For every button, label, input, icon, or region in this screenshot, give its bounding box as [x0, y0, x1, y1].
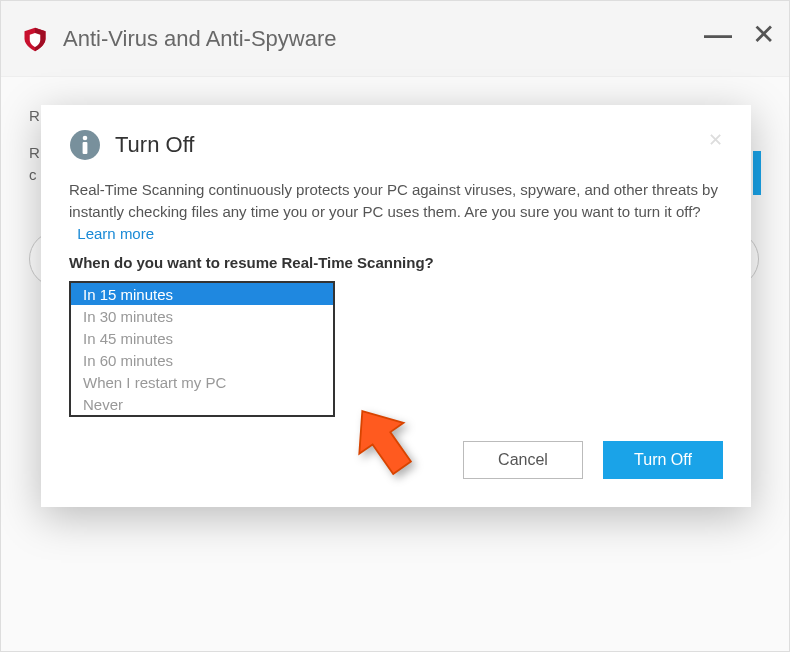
dialog-title: Turn Off	[115, 132, 194, 158]
dropdown-option-never[interactable]: Never	[71, 393, 333, 415]
dialog-close-icon[interactable]: ✕	[708, 129, 723, 151]
learn-more-link[interactable]: Learn more	[77, 225, 154, 242]
turn-off-dialog: Turn Off ✕ Real-Time Scanning continuous…	[41, 105, 751, 507]
svg-point-1	[83, 136, 88, 141]
dropdown-option-30min[interactable]: In 30 minutes	[71, 305, 333, 327]
dialog-question: When do you want to resume Real-Time Sca…	[69, 254, 723, 271]
main-window: Anti-Virus and Anti-Spyware — ✕ R R c y …	[0, 0, 790, 652]
dialog-body: Real-Time Scanning continuously protects…	[69, 179, 723, 244]
dialog-body-text: Real-Time Scanning continuously protects…	[69, 181, 718, 220]
info-icon	[69, 129, 101, 161]
dropdown-option-45min[interactable]: In 45 minutes	[71, 327, 333, 349]
resume-dropdown-listbox[interactable]: In 15 minutes In 30 minutes In 45 minute…	[69, 281, 335, 417]
dropdown-option-60min[interactable]: In 60 minutes	[71, 349, 333, 371]
modal-layer: Turn Off ✕ Real-Time Scanning continuous…	[1, 1, 789, 651]
dialog-footer: Cancel Turn Off	[69, 441, 723, 479]
dropdown-option-restart[interactable]: When I restart my PC	[71, 371, 333, 393]
turn-off-button[interactable]: Turn Off	[603, 441, 723, 479]
dropdown-option-15min[interactable]: In 15 minutes	[71, 283, 333, 305]
dialog-header: Turn Off ✕	[69, 129, 723, 161]
svg-rect-2	[83, 142, 88, 154]
cancel-button[interactable]: Cancel	[463, 441, 583, 479]
